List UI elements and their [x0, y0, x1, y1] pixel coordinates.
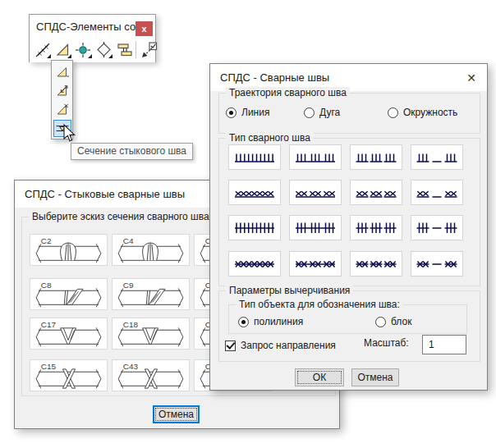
mouse-cursor-icon: [62, 124, 77, 144]
fillet-weld-arrow-flyout-button[interactable]: [53, 82, 71, 99]
weld-type-button-x-above-ends[interactable]: [411, 180, 463, 205]
trajectory-groupbox-label: Траектория сварного шва: [226, 87, 350, 98]
weld-type-button-tick-across-grouped-segments[interactable]: [350, 215, 402, 240]
scale-label: Масштаб:: [364, 337, 409, 349]
svg-text:С8: С8: [41, 281, 52, 290]
weld-sketch-button-С43[interactable]: С43: [112, 359, 190, 391]
weld-sketch-button-С15[interactable]: С15: [30, 359, 108, 391]
weld-sketch-button-С9[interactable]: С9: [112, 278, 190, 310]
weld-type-button-x-above-grouped-segments[interactable]: [350, 180, 402, 205]
fillet-weld-x-icon: [54, 100, 71, 120]
direction-check-icon: [139, 40, 158, 60]
toolbar-row: [30, 38, 155, 62]
svg-text:С18: С18: [123, 320, 139, 329]
weld-type-button-tick-across-continuous[interactable]: [228, 215, 281, 240]
object-type-option-0[interactable]: полилиния: [238, 316, 303, 327]
direction-check-button[interactable]: [139, 39, 158, 61]
svg-text:С4: С4: [123, 236, 134, 245]
trajectory-option-0-radio[interactable]: [226, 107, 237, 118]
scale-input[interactable]: [422, 335, 466, 354]
trajectory-option-1-radio[interactable]: [304, 107, 315, 118]
weld-type-button-x-across-grouped-line[interactable]: [289, 251, 342, 277]
tooltip: Сечение стыкового шва: [71, 143, 193, 160]
weld-type-button-x-across-grouped-segments[interactable]: [350, 251, 402, 277]
diamond-mark-button[interactable]: [94, 39, 114, 61]
weld-sketch-button-С8[interactable]: С8: [30, 278, 108, 310]
trajectory-option-2-label: Окружность: [403, 107, 457, 118]
direction-checkbox-row[interactable]: Запрос направления: [225, 340, 336, 351]
trajectory-option-1-label: Дуга: [319, 107, 340, 118]
weld-seam-button[interactable]: [33, 39, 53, 61]
toolbar-close-button[interactable]: x: [135, 21, 153, 36]
trajectory-option-2-radio[interactable]: [388, 107, 398, 118]
toolbar-title: СПДС-Элементы сое...: [36, 21, 150, 33]
center-mark-icon: [74, 40, 94, 60]
close-icon[interactable]: ✕: [462, 70, 480, 86]
weld-type-button-tick-above-ends[interactable]: [411, 144, 463, 170]
svg-text:С15: С15: [41, 362, 57, 371]
fillet-weld-arrow-icon: [54, 81, 71, 101]
object-type-option-0-label: полилиния: [254, 316, 303, 327]
fillet-weld-button[interactable]: [53, 39, 73, 61]
level-mark-button[interactable]: [115, 39, 135, 61]
trajectory-option-2[interactable]: Окружность: [388, 107, 457, 118]
object-type-groupbox-label: Тип объекта для обозначения шва:: [236, 299, 403, 310]
trajectory-option-0[interactable]: Линия: [226, 107, 269, 118]
object-type-option-0-radio[interactable]: [238, 317, 249, 327]
weld-type-button-tick-across-grouped-line[interactable]: [289, 215, 342, 240]
object-type-groupbox: Тип объекта для обозначения шва: полилин…: [228, 304, 467, 334]
weld-sketch-button-С18[interactable]: С18: [112, 318, 190, 350]
direction-checkbox-label: Запрос направления: [241, 340, 336, 351]
weld-type-button-x-across-ends[interactable]: [411, 251, 463, 277]
svg-text:С9: С9: [123, 281, 134, 290]
object-type-option-1-label: блок: [391, 316, 411, 327]
weld-type-button-tick-across-ends[interactable]: [411, 215, 463, 240]
center-mark-button[interactable]: [74, 39, 94, 61]
toolbar-titlebar[interactable]: СПДС-Элементы сое... x: [30, 15, 155, 38]
weld-type-button-x-above-continuous[interactable]: [228, 180, 281, 205]
weld-type-button-tick-above-grouped-line[interactable]: [289, 144, 342, 170]
trajectory-groupbox: Траектория сварного шва ЛинияДугаОкружно…: [218, 93, 480, 134]
direction-checkbox[interactable]: [225, 341, 236, 351]
weld-dialog: СПДС - Сварные швы ✕ Траектория сварного…: [209, 63, 488, 391]
object-type-option-1-radio[interactable]: [375, 317, 386, 327]
fillet-weld-icon: [53, 40, 73, 60]
weld-dialog-cancel-button[interactable]: Отмена: [351, 368, 399, 386]
weld-sketch-button-С4[interactable]: С4: [112, 234, 190, 266]
fillet-weld-plain-icon: [54, 62, 71, 82]
toolbar-separator: [135, 41, 136, 58]
params-groupbox-label: Параметры вычерчивания: [226, 285, 353, 296]
svg-text:С43: С43: [123, 362, 139, 371]
fillet-weld-x-flyout-button[interactable]: [53, 101, 71, 118]
weld-type-button-tick-above-grouped-segments[interactable]: [350, 144, 402, 170]
toolbar-window: СПДС-Элементы сое... x: [29, 14, 156, 62]
level-mark-icon: [115, 40, 135, 60]
weld-sketch-button-С2[interactable]: С2: [30, 234, 108, 266]
ok-button[interactable]: ОК: [295, 368, 344, 386]
svg-text:С2: С2: [41, 236, 52, 245]
diamond-mark-icon: [94, 40, 114, 60]
object-type-option-1[interactable]: блок: [375, 316, 411, 327]
trajectory-option-1[interactable]: Дуга: [304, 107, 340, 118]
weld-seam-icon: [33, 40, 53, 60]
butt-welds-cancel-button[interactable]: Отмена: [153, 405, 200, 423]
weld-type-button-x-above-grouped-line[interactable]: [289, 180, 342, 205]
trajectory-option-0-label: Линия: [241, 107, 269, 118]
screen: СПДС - Стыковые сварные швы Выберите эск…: [0, 0, 496, 448]
weld-type-button-tick-above-continuous[interactable]: [228, 144, 281, 170]
weld-sketch-button-С17[interactable]: С17: [30, 318, 108, 350]
weld-type-button-x-across-continuous[interactable]: [228, 251, 281, 277]
weld-dialog-title: СПДС - Сварные швы: [220, 71, 329, 84]
weld-type-groupbox-label: Тип сварного шва: [226, 132, 314, 144]
fillet-weld-plain-flyout-button[interactable]: [53, 63, 71, 80]
svg-text:С17: С17: [41, 320, 57, 329]
